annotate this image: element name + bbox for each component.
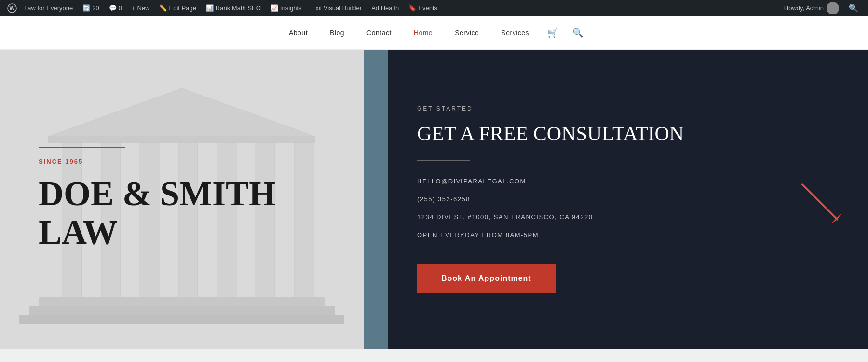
dark-panel: GET STARTED GET A FREE CONSULTATION HELL… <box>388 50 868 349</box>
admin-events[interactable]: 🔖 Events <box>404 0 442 16</box>
nav-blog[interactable]: Blog <box>326 27 348 39</box>
admin-comments[interactable]: 💬 0 <box>104 0 127 16</box>
nav-contact[interactable]: Contact <box>363 27 395 39</box>
nav-services[interactable]: Services <box>497 27 533 39</box>
admin-bar: W Law for Everyone 🔄 20 💬 0 + New ✏️ Edi… <box>0 0 868 16</box>
admin-search-icon[interactable]: 🔍 <box>844 3 863 13</box>
admin-exit-builder[interactable]: Exit Visual Builder <box>307 0 367 16</box>
nav-service[interactable]: Service <box>451 27 483 39</box>
chart-icon: 📊 <box>206 4 214 12</box>
svg-text:W: W <box>9 5 15 12</box>
admin-rank-math[interactable]: 📊 Rank Math SEO <box>201 0 266 16</box>
email-row: HELLO@DIVIPARALEGAL.COM <box>417 178 839 185</box>
hero-section: SINCE 1965 DOE & SMITH LAW GET STARTED G… <box>0 50 868 349</box>
search-icon[interactable]: 🔍 <box>572 28 583 38</box>
contact-info: HELLO@DIVIPARALEGAL.COM (255) 352-6258 1… <box>417 178 839 249</box>
address-row: 1234 DIVI ST. #1000, SAN FRANCISCO, CA 9… <box>417 213 839 221</box>
blue-accent-strip <box>364 50 388 349</box>
admin-updates[interactable]: 🔄 20 <box>78 0 104 16</box>
red-arrow-icon <box>791 180 849 228</box>
updates-icon: 🔄 <box>82 4 90 12</box>
main-nav: About Blog Contact Home Service Services… <box>0 16 868 50</box>
book-appointment-button[interactable]: Book An Appointment <box>417 264 556 293</box>
wordpress-logo[interactable]: W <box>5 0 19 16</box>
svg-line-16 <box>802 184 838 220</box>
hero-left-content: SINCE 1965 DOE & SMITH LAW <box>39 147 326 251</box>
admin-howdy: Howdy, Admin <box>784 2 839 14</box>
firm-name: DOE & SMITH LAW <box>39 175 326 251</box>
admin-ad-health[interactable]: Ad Health <box>366 0 404 16</box>
insights-icon: 📈 <box>271 4 278 12</box>
admin-edit-page[interactable]: ✏️ Edit Page <box>154 0 201 16</box>
get-started-label: GET STARTED <box>417 105 839 112</box>
admin-new[interactable]: + New <box>127 0 155 16</box>
arrow-annotation <box>791 180 849 230</box>
avatar <box>827 2 839 14</box>
nav-home[interactable]: Home <box>410 27 436 39</box>
admin-insights[interactable]: 📈 Insights <box>266 0 307 16</box>
nav-about[interactable]: About <box>285 27 312 39</box>
bottom-bar: ⌄ LEARN MORE ··· ↗ <box>0 349 868 362</box>
hero-right: GET STARTED GET A FREE CONSULTATION HELL… <box>364 50 868 349</box>
admin-site-name[interactable]: Law for Everyone <box>19 0 78 16</box>
plus-icon: + <box>132 4 136 12</box>
since-label: SINCE 1965 <box>39 158 326 165</box>
red-decorative-line <box>39 147 125 148</box>
edit-icon: ✏️ <box>159 4 167 12</box>
hero-left: SINCE 1965 DOE & SMITH LAW <box>0 50 364 349</box>
consultation-title: GET A FREE CONSULTATION <box>417 122 839 146</box>
comments-icon: 💬 <box>109 4 117 12</box>
events-icon: 🔖 <box>408 4 416 12</box>
divider-line <box>417 160 470 161</box>
phone-row: (255) 352-6258 <box>417 195 839 203</box>
cart-icon[interactable]: 🛒 <box>547 28 558 38</box>
hours-row: OPEN EVERYDAY FROM 8AM-5PM <box>417 231 839 238</box>
